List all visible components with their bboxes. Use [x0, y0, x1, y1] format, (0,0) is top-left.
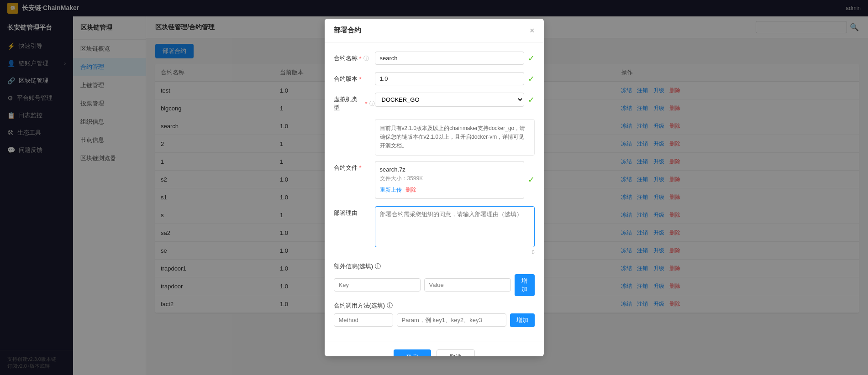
modal-overlay: 部署合约 × 合约名称 * ⓘ ✓ 合约版本 *	[0, 0, 868, 375]
extra-key-input[interactable]	[334, 278, 421, 292]
extra-value-input[interactable]	[424, 278, 511, 292]
modal-header: 部署合约 ×	[325, 19, 544, 42]
cancel-button[interactable]: 取消	[437, 349, 475, 356]
contract-file-row: 合约文件 * search.7z 文件大小：3599K 重新上传 删除 ✓	[334, 161, 535, 199]
method-add-button[interactable]: 增加	[510, 313, 535, 327]
deploy-reason-textarea[interactable]	[375, 206, 535, 247]
deploy-reason-label: 部署理由	[334, 206, 375, 217]
contract-version-input[interactable]	[375, 72, 524, 85]
contract-method-info-icon[interactable]: ⓘ	[387, 302, 393, 310]
delete-file-link[interactable]: 删除	[405, 186, 416, 194]
vm-type-label: 虚拟机类型 * ⓘ	[334, 93, 375, 112]
vm-type-select[interactable]: DOCKER_GO EVM WASMER GASM	[375, 93, 524, 107]
vm-type-field: DOCKER_GO EVM WASMER GASM ✓	[375, 93, 535, 107]
modal-footer: 确定 取消	[325, 342, 544, 356]
method-input[interactable]	[334, 313, 393, 327]
extra-info-section: 额外信息(选填) ⓘ 增加	[334, 262, 535, 296]
deploy-reason-field: 0	[375, 206, 535, 255]
extra-info-kv-row: 增加	[334, 274, 535, 296]
vm-tip-box: 目前只有v2.1.0版本及以上的chainmaker支持docker_go，请确…	[375, 119, 535, 156]
contract-name-check-icon: ✓	[528, 53, 535, 63]
method-row: 增加	[334, 313, 535, 327]
modal-title: 部署合约	[334, 26, 361, 35]
deploy-reason-row: 部署理由 0	[334, 206, 535, 255]
vm-type-info-icon[interactable]: ⓘ	[369, 100, 375, 108]
file-name: search.7z	[380, 166, 519, 173]
contract-name-label: 合约名称 * ⓘ	[334, 52, 375, 62]
contract-name-field: ✓	[375, 52, 535, 65]
confirm-button[interactable]: 确定	[394, 349, 431, 356]
contract-method-label: 合约调用方法(选填) ⓘ	[334, 302, 535, 310]
reupload-link[interactable]: 重新上传	[380, 186, 402, 194]
contract-file-label: 合约文件 *	[334, 161, 375, 172]
contract-version-field: ✓	[375, 72, 535, 85]
contract-version-label: 合约版本 *	[334, 72, 375, 83]
modal-close-button[interactable]: ×	[530, 26, 535, 35]
vm-type-row: 虚拟机类型 * ⓘ DOCKER_GO EVM WASMER GASM ✓	[334, 93, 535, 112]
modal-body: 合约名称 * ⓘ ✓ 合约版本 * ✓	[325, 42, 544, 342]
extra-info-icon[interactable]: ⓘ	[375, 262, 381, 271]
file-actions: 重新上传 删除	[380, 186, 519, 194]
deploy-contract-modal: 部署合约 × 合约名称 * ⓘ ✓ 合约版本 *	[325, 19, 544, 356]
contract-name-info-icon[interactable]: ⓘ	[363, 55, 369, 62]
contract-version-check-icon: ✓	[528, 74, 535, 84]
contract-file-field: search.7z 文件大小：3599K 重新上传 删除 ✓	[375, 161, 535, 199]
file-check-icon: ✓	[528, 175, 535, 185]
textarea-counter: 0	[375, 250, 535, 255]
file-box: search.7z 文件大小：3599K 重新上传 删除	[375, 161, 524, 199]
extra-add-button[interactable]: 增加	[515, 274, 535, 296]
vm-type-check-icon: ✓	[528, 95, 535, 105]
file-size: 文件大小：3599K	[380, 175, 519, 182]
contract-method-section: 合约调用方法(选填) ⓘ 增加	[334, 302, 535, 327]
extra-info-label: 额外信息(选填) ⓘ	[334, 262, 535, 271]
contract-name-input[interactable]	[375, 52, 524, 65]
contract-name-row: 合约名称 * ⓘ ✓	[334, 52, 535, 65]
param-input[interactable]	[397, 313, 506, 327]
vm-tip-text: 目前只有v2.1.0版本及以上的chainmaker支持docker_go，请确…	[375, 119, 535, 156]
contract-version-row: 合约版本 * ✓	[334, 72, 535, 85]
